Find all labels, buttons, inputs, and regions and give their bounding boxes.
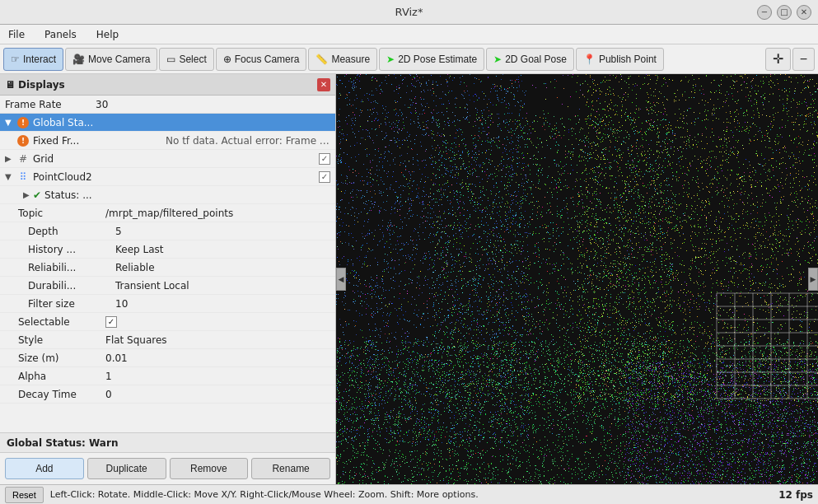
viewport-panel[interactable]: ◀ ▶ [336,74,818,484]
expand-arrow-icon: ▼ [5,118,15,127]
frame-rate-row: Frame Rate 30 [0,96,335,114]
grid-expand-arrow-icon: ▶ [5,154,15,163]
style-value: Flat Squares [105,334,167,346]
menu-file[interactable]: File [5,27,28,42]
toolbar: ☞ Interact 🎥 Move Camera ▭ Select ⊕ Focu… [0,44,818,74]
goal-pose-button[interactable]: ➤ 2D Goal Pose [486,48,574,71]
pin-icon: 📍 [583,54,596,65]
left-panel: 🖥 Displays ✕ Frame Rate 30 ▼ ! Global St… [0,74,336,484]
filter-size-row: Filter size 10 [0,295,335,313]
publish-point-button[interactable]: 📍 Publish Point [576,48,664,71]
global-status-label: Global Status: Warn [7,437,118,449]
topic-label: Topic [15,208,105,219]
rename-button[interactable]: Rename [251,458,330,479]
alpha-label: Alpha [15,371,105,382]
warn-icon: ! [16,116,30,129]
fixed-frame-warn-icon: ! [16,134,30,147]
left-collapse-arrow[interactable]: ◀ [336,268,346,291]
filter-size-value: 10 [115,298,128,310]
style-label: Style [15,334,105,346]
duplicate-button[interactable]: Duplicate [87,458,166,479]
fps-counter: 12 fps [778,489,813,501]
pointcloud-checkbox[interactable]: ✓ [319,171,330,183]
ruler-icon: 📏 [316,54,328,65]
panel-title: Displays [18,79,65,91]
focus-icon: ⊕ [223,54,231,65]
right-collapse-arrow[interactable]: ▶ [808,268,818,291]
style-row: Style Flat Squares [0,331,335,349]
remove-button[interactable]: Remove [170,458,249,479]
select-button[interactable]: ▭ Select [159,48,213,71]
grid-checkbox[interactable]: ✓ [319,153,330,165]
global-status-bar: Global Status: Warn [0,432,335,452]
alpha-row: Alpha 1 [0,367,335,385]
menubar: File Panels Help [0,25,818,44]
durability-value: Transient Local [115,280,189,292]
remove-panel-button[interactable]: − [792,48,815,71]
fixed-frame-item[interactable]: ! Fixed Fr... No tf data. Actual error: … [0,132,335,150]
panel-buttons: Add Duplicate Remove Rename [0,452,335,484]
global-status-item[interactable]: ▼ ! Global Sta... [0,114,335,132]
decay-time-label: Decay Time [15,389,105,400]
add-button[interactable]: Add [5,458,84,479]
statusbar: Reset Left-Click: Rotate. Middle-Click: … [0,484,818,504]
history-row: History ... Keep Last [0,240,335,259]
selectable-checkbox[interactable]: ✓ [105,316,117,328]
size-value: 0.01 [105,352,128,364]
filter-size-label: Filter size [25,298,115,310]
depth-value: 5 [115,226,122,237]
add-panel-button[interactable]: ✛ [765,48,791,71]
durability-label: Durabili... [25,280,115,292]
frame-rate-value: 30 [96,99,108,110]
pointcloud-expand-arrow-icon: ▼ [5,172,15,181]
reliability-row: Reliabili... Reliable [0,259,335,277]
grid-icon: # [16,152,30,166]
reset-button[interactable]: Reset [5,487,44,503]
decay-time-value: 0 [105,389,112,400]
pointcloud2-item[interactable]: ▼ ⠿ PointCloud2 ✓ [0,168,335,186]
topic-value: /mrpt_map/filtered_points [105,208,233,219]
status-arrow-icon: ▶ [23,190,33,199]
panel-close-button[interactable]: ✕ [317,78,330,91]
decay-time-row: Decay Time 0 [0,385,335,404]
menu-panels[interactable]: Panels [41,27,80,42]
alpha-value: 1 [105,371,112,382]
move-camera-button[interactable]: 🎥 Move Camera [65,48,157,71]
main-area: 🖥 Displays ✕ Frame Rate 30 ▼ ! Global St… [0,74,818,484]
measure-button[interactable]: 📏 Measure [308,48,377,71]
menu-help[interactable]: Help [93,27,122,42]
statusbar-help-text: Left-Click: Rotate. Middle-Click: Move X… [50,489,772,500]
selectable-row: Selectable ✓ [0,313,335,331]
topic-row: Topic /mrpt_map/filtered_points [0,204,335,222]
pose-estimate-button[interactable]: ➤ 2D Pose Estimate [379,48,484,71]
focus-camera-button[interactable]: ⊕ Focus Camera [216,48,307,71]
pose-arrow-icon: ➤ [386,54,395,65]
close-button[interactable]: ✕ [797,5,811,20]
status-row: ▶ ✔ Status: ... [0,186,335,204]
pointcloud-viewport[interactable] [336,74,818,484]
hand-icon: ☞ [11,54,20,65]
reliability-label: Reliabili... [25,262,115,273]
reliability-value: Reliable [115,262,155,273]
select-icon: ▭ [166,54,175,65]
titlebar-controls: − □ ✕ [757,5,811,20]
size-row: Size (m) 0.01 [0,349,335,367]
displays-list: Frame Rate 30 ▼ ! Global Sta... ! Fixed … [0,96,335,432]
camera-icon: 🎥 [72,54,85,65]
monitor-icon: 🖥 [5,79,15,91]
minimize-button[interactable]: − [757,5,772,20]
maximize-button[interactable]: □ [777,5,792,20]
depth-row: Depth 5 [0,222,335,240]
status-label: Status: ... [44,189,92,201]
interact-button[interactable]: ☞ Interact [3,48,63,71]
window-title: RViz* [395,6,423,18]
status-check-icon: ✔ [33,189,41,201]
titlebar: RViz* − □ ✕ [0,0,818,25]
pointcloud-icon: ⠿ [16,170,30,184]
depth-label: Depth [25,226,115,237]
frame-rate-label: Frame Rate [5,99,96,110]
history-label: History ... [25,244,115,255]
history-value: Keep Last [115,244,163,255]
grid-item[interactable]: ▶ # Grid ✓ [0,150,335,168]
durability-row: Durabili... Transient Local [0,277,335,295]
